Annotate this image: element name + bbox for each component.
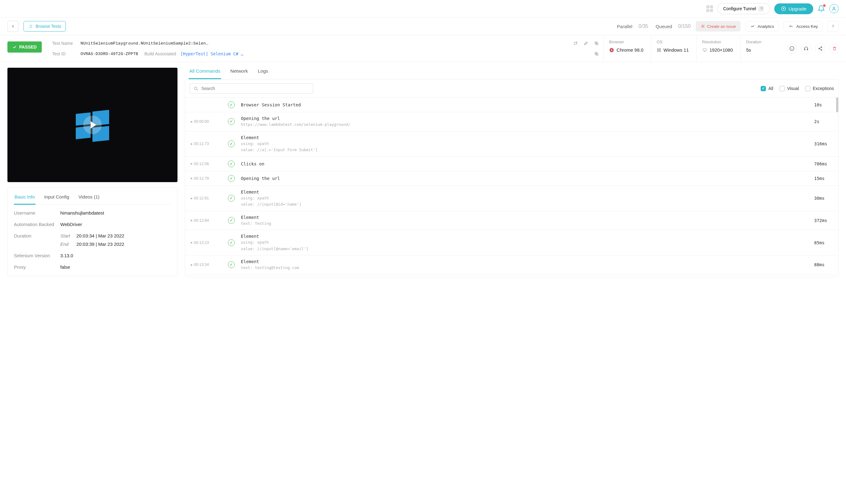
analytics-icon	[750, 24, 755, 29]
command-list[interactable]: Browser Session Started10s00:00:00Openin…	[185, 97, 838, 277]
resolution-value: 1920×1080	[702, 47, 733, 53]
back-button[interactable]	[7, 21, 19, 32]
svg-point-20	[195, 87, 197, 90]
command-row[interactable]: 00:12:06Clicks on706ms	[185, 157, 838, 171]
key-icon	[788, 24, 794, 28]
svg-point-2	[702, 26, 703, 27]
command-subtitle: using: xpath	[241, 141, 808, 147]
filter-exceptions-label: Exceptions	[813, 86, 834, 91]
main-content: Basic Info Input Config Videos (1) Usern…	[0, 62, 846, 283]
queued-value: 0/150	[679, 23, 691, 29]
apps-grid-icon[interactable]	[706, 5, 713, 12]
copy-id-button[interactable]	[593, 50, 600, 57]
start-value: 20:03:34 | Mar 23 2022	[76, 233, 171, 238]
command-body: Opening the urlhttps://www.lambdatest.co…	[241, 116, 808, 127]
command-row[interactable]: 00:13:34Elementtext: testing@testing.com…	[185, 255, 838, 274]
browse-tests-label: Browse Tests	[36, 24, 61, 29]
command-row[interactable]: 00:00:00Opening the urlhttps://www.lambd…	[185, 112, 838, 131]
command-body: Elementusing: xpathvalue: //input[@id='n…	[241, 190, 808, 207]
access-key-button[interactable]: Access Key	[784, 21, 823, 32]
configure-tunnel-button[interactable]: Configure Tunnel ?	[717, 3, 770, 14]
svg-point-1	[833, 7, 834, 8]
filter-exceptions[interactable]: Exceptions	[805, 86, 834, 91]
create-issue-label: Create an issue	[707, 24, 736, 29]
command-subtitle: value: //a[.='Input Form Submit']	[241, 147, 808, 153]
edit-icon-button[interactable]	[582, 40, 590, 47]
question-icon: ?	[832, 24, 834, 29]
status-check-icon	[228, 195, 235, 202]
command-timestamp: 00:12:06	[191, 162, 222, 166]
video-player[interactable]	[7, 68, 178, 182]
create-issue-button[interactable]: Create an issue	[696, 21, 741, 32]
copy-name-button[interactable]	[593, 40, 600, 47]
tab-input-config[interactable]: Input Config	[43, 191, 70, 204]
command-row[interactable]: 00:12:84Elementtext: Testing372ms	[185, 211, 838, 230]
command-title: Opening the url	[241, 116, 808, 121]
tab-logs[interactable]: Logs	[257, 68, 269, 79]
tab-all-commands[interactable]: All Commands	[188, 68, 221, 79]
command-title: Element	[241, 190, 808, 195]
user-icon	[831, 6, 836, 11]
search-input-wrap[interactable]	[190, 83, 313, 94]
checkbox-icon	[779, 86, 785, 91]
profile-button[interactable]	[829, 4, 839, 13]
headset-icon	[804, 46, 809, 51]
analytics-button[interactable]: Analytics	[745, 21, 779, 32]
build-assoc-label: Build Associated	[144, 51, 176, 56]
command-duration: 372ms	[814, 218, 833, 223]
scrollbar-thumb[interactable]	[836, 97, 838, 112]
right-pane: All Commands Network Logs All Visual Exc…	[185, 68, 839, 277]
sort-icon-button[interactable]	[572, 40, 579, 47]
command-row[interactable]: 00:11:73Elementusing: xpathvalue: //a[.=…	[185, 131, 838, 157]
tab-basic-info[interactable]: Basic Info	[14, 191, 36, 205]
duration-value: 5s	[746, 47, 773, 53]
command-row[interactable]: 00:12:78Opening the url15ms	[185, 171, 838, 185]
duration-info-label: Duration	[14, 233, 57, 238]
delete-button[interactable]	[829, 43, 840, 54]
svg-point-10	[611, 50, 612, 51]
status-badge: PASSED	[7, 41, 42, 53]
command-title: Clicks on	[241, 161, 808, 166]
info-button[interactable]	[787, 43, 797, 54]
proxy-label: Proxy	[14, 264, 57, 270]
browse-tests-button[interactable]: Browse Tests	[23, 21, 66, 32]
command-tabs: All Commands Network Logs	[185, 68, 839, 79]
notification-dot	[823, 4, 826, 7]
filter-all[interactable]: All	[761, 86, 773, 91]
command-body: Elementusing: xpathvalue: //input[@name=…	[241, 234, 808, 251]
info-tabs: Basic Info Input Config Videos (1)	[14, 191, 171, 205]
command-timestamp: 00:13:23	[191, 240, 222, 245]
command-row[interactable]: 00:13:23Elementusing: xpathvalue: //inpu…	[185, 230, 838, 255]
command-title: Element	[241, 135, 808, 140]
username-label: Username	[14, 210, 57, 216]
command-row[interactable]: Browser Session Started10s	[185, 97, 838, 112]
command-timestamp: 00:00:00	[191, 119, 222, 124]
command-duration: 30ms	[814, 196, 833, 201]
command-row[interactable]: 00:13:43Elementusing: xpathvalue: //inpu…	[185, 274, 838, 277]
status-text: PASSED	[19, 44, 37, 50]
browser-label: Browser	[609, 40, 644, 44]
upgrade-button[interactable]: Upgrade	[774, 3, 813, 14]
headset-button[interactable]	[801, 43, 811, 54]
build-link[interactable]: [HyperTest] Selenium C# Play…	[181, 51, 246, 56]
filter-visual-label: Visual	[787, 86, 799, 91]
help-button[interactable]: ?	[827, 21, 839, 32]
checkbox-icon	[805, 86, 810, 91]
command-duration: 88ms	[814, 262, 833, 267]
command-subtitle: text: Testing	[241, 221, 808, 226]
share-button[interactable]	[815, 43, 826, 54]
parallel-value: 0/35	[638, 23, 648, 29]
help-icon: ?	[758, 6, 764, 12]
left-pane: Basic Info Input Config Videos (1) Usern…	[7, 68, 178, 276]
tab-network[interactable]: Network	[230, 68, 249, 79]
command-row[interactable]: 00:12:81Elementusing: xpathvalue: //inpu…	[185, 185, 838, 211]
tab-videos[interactable]: Videos (1)	[78, 191, 100, 204]
command-timestamp: 00:12:81	[191, 196, 222, 200]
search-input[interactable]	[201, 86, 309, 91]
filter-visual[interactable]: Visual	[779, 86, 799, 91]
notifications-button[interactable]	[817, 5, 825, 12]
command-subtitle: value: //input[@name='email']	[241, 246, 808, 252]
command-body: Elementtext: Testing	[241, 215, 808, 226]
status-check-icon	[228, 239, 235, 246]
analytics-label: Analytics	[758, 24, 774, 29]
